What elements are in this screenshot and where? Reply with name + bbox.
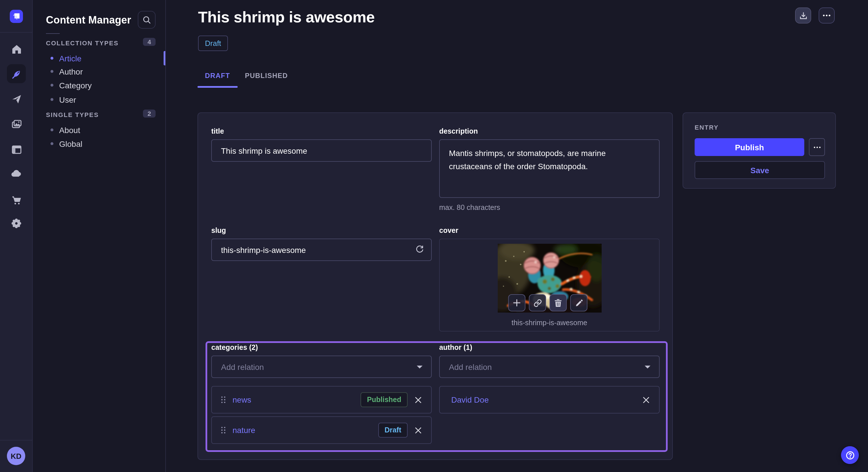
combobox-placeholder: Add relation <box>221 362 264 371</box>
nav-item-label: About <box>59 125 80 134</box>
description-field-group: description Mantis shrimps, or stomatopo… <box>439 127 660 212</box>
bullet-icon <box>51 142 53 145</box>
main-nav-rail: KD <box>0 0 33 472</box>
version-tabs: DRAFT PUBLISHED <box>197 65 296 88</box>
entry-heading: ENTRY <box>694 124 719 131</box>
regenerate-icon <box>415 245 424 254</box>
nav-item-label: Article <box>59 54 82 63</box>
close-icon <box>642 396 650 403</box>
tab-draft[interactable]: DRAFT <box>197 65 237 88</box>
entry-more-button[interactable] <box>809 138 825 156</box>
rail-divider-bottom <box>0 440 32 440</box>
sidebar-item-global[interactable]: Global <box>51 139 160 148</box>
sidebar-item-content-manager[interactable] <box>7 64 26 83</box>
cover-filename: this-shrimp-is-awesome <box>440 319 659 327</box>
subnav-divider <box>46 33 60 34</box>
trash-icon <box>554 299 562 307</box>
relation-link[interactable]: David Doe <box>451 395 489 404</box>
strapi-logo[interactable] <box>10 10 23 23</box>
close-icon <box>414 427 422 434</box>
relation-link[interactable]: news <box>232 395 251 404</box>
active-item-indicator <box>164 51 165 65</box>
edit-form-panel: title description Mantis shrimps, or sto… <box>197 112 673 460</box>
status-badge: Draft <box>198 36 228 51</box>
description-textarea[interactable]: Mantis shrimps, or stomatopods, are mari… <box>439 139 660 198</box>
help-button[interactable] <box>841 446 859 464</box>
sidebar-item-category[interactable]: Category <box>51 80 160 90</box>
tab-label: PUBLISHED <box>245 72 288 80</box>
chevron-down-icon <box>644 365 651 369</box>
content-manager-subnav: Content Manager COLLECTION TYPES 4 Artic… <box>33 0 166 472</box>
author-add-relation-combobox[interactable]: Add relation <box>439 356 660 378</box>
relation-link[interactable]: nature <box>232 426 255 435</box>
drag-handle-icon[interactable] <box>220 426 227 435</box>
cover-media-card: this-shrimp-is-awesome <box>439 239 660 332</box>
remove-relation-button[interactable] <box>413 425 423 435</box>
slug-input[interactable] <box>211 239 432 261</box>
description-hint: max. 80 characters <box>439 204 660 212</box>
entry-panel: ENTRY Publish Save <box>683 112 836 189</box>
cover-add-button[interactable] <box>508 294 525 311</box>
sidebar-item-about[interactable]: About <box>51 125 160 135</box>
relation-status-badge: Published <box>361 392 408 407</box>
remove-relation-button[interactable] <box>641 395 651 405</box>
strapi-logo-icon <box>12 12 21 21</box>
cover-field-label: cover <box>439 227 660 235</box>
drag-handle-icon[interactable] <box>220 395 227 404</box>
sidebar-item-author[interactable]: Author <box>51 67 160 76</box>
categories-field-label: categories (2) <box>211 343 258 351</box>
cover-delete-button[interactable] <box>549 294 567 311</box>
cover-field-group: cover <box>439 227 660 332</box>
relation-status-badge: Draft <box>378 423 408 438</box>
cover-copy-link-button[interactable] <box>529 294 546 311</box>
sidebar-item-cloud[interactable] <box>7 164 26 183</box>
nav-item-label: User <box>59 95 76 104</box>
bullet-icon <box>51 98 53 101</box>
avatar-initials: KD <box>11 452 22 460</box>
subnav-title: Content Manager <box>46 14 131 26</box>
cover-edit-button[interactable] <box>570 294 587 311</box>
save-button[interactable]: Save <box>694 161 825 179</box>
user-avatar[interactable]: KD <box>7 447 25 465</box>
header-more-button[interactable] <box>818 7 835 24</box>
combobox-placeholder: Add relation <box>449 362 492 371</box>
sidebar-item-media-library[interactable] <box>7 115 26 134</box>
more-options-icon <box>823 14 831 16</box>
sidebar-item-article[interactable]: Article <box>51 53 160 63</box>
paper-plane-icon <box>11 93 22 105</box>
tab-published[interactable]: PUBLISHED <box>237 65 296 88</box>
bullet-icon <box>51 129 53 131</box>
sidebar-item-marketplace[interactable] <box>7 191 26 209</box>
collection-types-count-badge: 4 <box>143 38 156 46</box>
more-options-icon <box>813 146 820 148</box>
relation-item-news: news Published <box>211 386 432 413</box>
title-input[interactable] <box>211 139 432 162</box>
bullet-icon <box>51 84 53 87</box>
close-icon <box>414 396 422 403</box>
bullet-icon <box>51 57 53 60</box>
sidebar-item-releases[interactable] <box>7 90 26 108</box>
page-title: This shrimp is awesome <box>198 9 375 26</box>
help-icon <box>845 450 855 460</box>
nav-item-label: Category <box>59 80 92 90</box>
sidebar-item-home[interactable] <box>7 40 26 59</box>
description-field-label: description <box>439 127 660 135</box>
sidebar-item-user[interactable]: User <box>51 95 160 104</box>
download-button[interactable] <box>795 7 811 24</box>
tab-label: DRAFT <box>205 72 230 80</box>
rail-divider <box>0 32 32 33</box>
remove-relation-button[interactable] <box>413 395 423 405</box>
regenerate-slug-button[interactable] <box>415 245 424 254</box>
sidebar-item-settings[interactable] <box>7 214 26 233</box>
nav-item-label: Author <box>59 67 83 76</box>
slug-field-label: slug <box>211 227 432 235</box>
categories-add-relation-combobox[interactable]: Add relation <box>211 356 432 378</box>
relation-item-david-doe: David Doe <box>439 386 660 413</box>
slug-field-group: slug <box>211 227 432 261</box>
relation-item-nature: nature Draft <box>211 416 432 444</box>
content-feather-icon <box>11 68 22 79</box>
search-button[interactable] <box>138 11 156 29</box>
sidebar-item-content-type-builder[interactable] <box>7 140 26 159</box>
cover-actions <box>508 294 587 311</box>
publish-button[interactable]: Publish <box>694 138 804 156</box>
